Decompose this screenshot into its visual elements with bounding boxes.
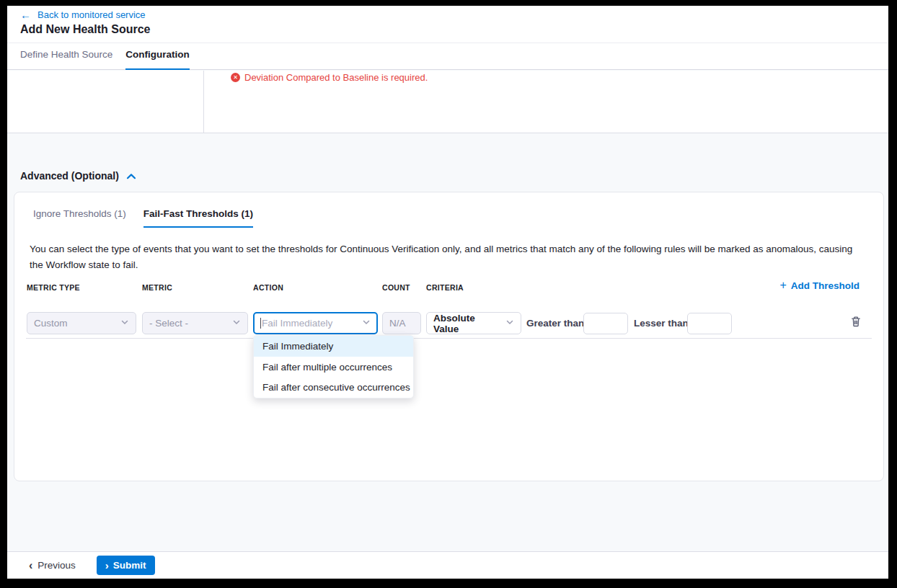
trash-icon: [850, 316, 862, 330]
chevron-right-icon: ›: [105, 560, 109, 571]
chevron-left-icon: ‹: [29, 560, 32, 571]
delete-threshold-button[interactable]: [849, 316, 863, 330]
action-dropdown-menu: Fail Immediately Fail after multiple occ…: [253, 335, 414, 398]
back-arrow-icon: ←: [20, 9, 31, 20]
chevron-down-icon: [232, 318, 241, 329]
chevron-down-icon: [505, 318, 514, 329]
count-value: N/A: [389, 318, 406, 329]
validation-error: ✕ Deviation Compared to Baseline is requ…: [231, 72, 428, 83]
tab-fail-fast-thresholds[interactable]: Fail-Fast Thresholds (1): [143, 208, 253, 228]
plus-icon: +: [779, 280, 786, 291]
add-threshold-button[interactable]: + Add Threshold: [779, 280, 860, 291]
screenshot-frame: ← Back to monitored service Add New Heal…: [0, 0, 897, 588]
criteria-value: Absolute Value: [433, 313, 501, 334]
threshold-tabs: Ignore Thresholds (1) Fail-Fast Threshol…: [33, 208, 253, 228]
lesser-than-input[interactable]: [687, 313, 732, 334]
chevron-up-icon: [126, 170, 136, 182]
action-value: Fail Immediately: [262, 318, 358, 329]
submit-label: Submit: [113, 560, 146, 571]
submit-button[interactable]: › Submit: [97, 556, 155, 575]
back-link[interactable]: ← Back to monitored service: [20, 9, 146, 20]
form-left-pane: [7, 71, 204, 133]
metric-type-value: Custom: [34, 318, 68, 329]
row-divider: [26, 338, 872, 339]
wizard-tabs: Define Health Source Configuration: [20, 43, 190, 70]
add-threshold-label: Add Threshold: [791, 280, 860, 291]
page-title: Add New Health Source: [20, 23, 150, 36]
greater-than-input[interactable]: [583, 313, 628, 334]
column-header-metric: METRIC: [142, 283, 172, 292]
action-option-fail-after-consecutive[interactable]: Fail after consecutive occurrences: [254, 377, 413, 398]
previous-label: Previous: [37, 560, 76, 571]
tab-define-health-source[interactable]: Define Health Source: [20, 43, 112, 70]
chevron-down-icon: [362, 318, 371, 329]
tab-configuration[interactable]: Configuration: [125, 43, 189, 70]
thresholds-card: Ignore Thresholds (1) Fail-Fast Threshol…: [14, 192, 884, 481]
column-header-criteria: CRITERIA: [426, 283, 464, 292]
advanced-section-label: Advanced (Optional): [20, 170, 119, 182]
validation-error-text: Deviation Compared to Baseline is requir…: [244, 72, 428, 83]
page-header: ← Back to monitored service Add New Heal…: [7, 6, 888, 70]
action-select[interactable]: Fail Immediately: [253, 312, 378, 334]
error-icon: ✕: [231, 73, 240, 82]
tab-ignore-thresholds[interactable]: Ignore Thresholds (1): [33, 208, 126, 228]
count-input[interactable]: N/A: [382, 312, 421, 334]
lesser-than-label: Lesser than: [634, 312, 689, 334]
back-link-label: Back to monitored service: [37, 9, 146, 20]
previous-button[interactable]: ‹ Previous: [29, 560, 76, 571]
chevron-down-icon: [120, 318, 129, 329]
column-header-metric-type: METRIC TYPE: [27, 283, 80, 292]
text-caret: [260, 318, 261, 329]
column-header-count: COUNT: [382, 283, 410, 292]
thresholds-description: You can select the type of events that y…: [30, 241, 866, 272]
add-health-source-page: ← Back to monitored service Add New Heal…: [7, 6, 888, 579]
action-option-fail-after-multiple[interactable]: Fail after multiple occurrences: [254, 357, 413, 378]
advanced-section-toggle[interactable]: Advanced (Optional): [20, 170, 136, 182]
criteria-select[interactable]: Absolute Value: [426, 312, 521, 334]
metric-type-select[interactable]: Custom: [27, 312, 136, 334]
metric-value: - Select -: [149, 318, 188, 329]
metric-select[interactable]: - Select -: [142, 312, 248, 334]
greater-than-label: Greater than: [526, 312, 584, 334]
column-header-action: ACTION: [253, 283, 283, 292]
action-option-fail-immediately[interactable]: Fail Immediately: [254, 336, 413, 357]
footer-bar: ‹ Previous › Submit: [7, 551, 888, 579]
form-section-remnant: ✕ Deviation Compared to Baseline is requ…: [7, 71, 888, 133]
